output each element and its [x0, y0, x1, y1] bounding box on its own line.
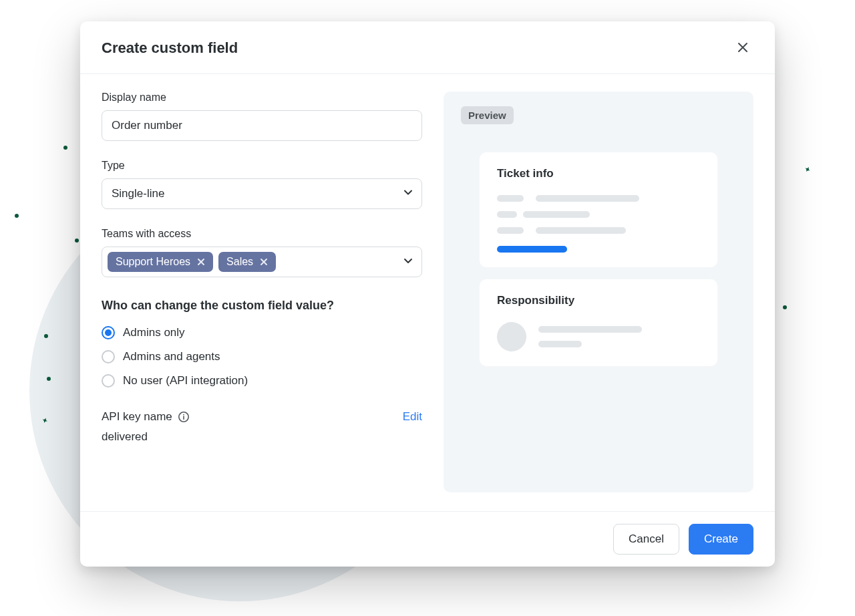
skeleton-bar [497, 227, 524, 234]
skeleton-bar [523, 211, 590, 218]
teams-input[interactable]: Support Heroes Sales [102, 247, 422, 277]
team-tag-label: Sales [226, 256, 253, 268]
preview-ticket-info-card: Ticket info [480, 152, 717, 267]
info-icon [178, 411, 190, 423]
type-value: Single-line [112, 187, 164, 200]
preview-responsibility-card: Responsibility [480, 279, 717, 366]
api-key-label-wrap: API key name [102, 410, 190, 424]
edit-api-key-link[interactable]: Edit [403, 410, 422, 424]
skeleton-row [497, 195, 700, 202]
api-key-row: API key name Edit [102, 410, 422, 424]
radio-label: No user (API integration) [123, 374, 248, 388]
api-key-value: delivered [102, 430, 422, 444]
deco-dot [783, 305, 787, 309]
chevron-down-icon [403, 187, 413, 201]
skeleton-bar [538, 326, 642, 333]
radio-no-user-api[interactable]: No user (API integration) [102, 374, 422, 388]
display-name-label: Display name [102, 92, 422, 104]
radio-circle-icon [102, 374, 115, 388]
radio-label: Admins only [123, 326, 185, 339]
type-label: Type [102, 160, 422, 172]
skeleton-bar [538, 341, 582, 347]
preview-badge: Preview [461, 106, 514, 124]
display-name-input[interactable] [102, 110, 422, 141]
type-select[interactable]: Single-line [102, 178, 422, 209]
who-can-change-field: Who can change the custom field value? A… [102, 296, 422, 388]
remove-tag-icon[interactable] [196, 257, 206, 267]
deco-cross [800, 166, 812, 178]
who-can-change-question: Who can change the custom field value? [102, 296, 382, 315]
deco-dot [63, 146, 67, 150]
radio-admins-and-agents[interactable]: Admins and agents [102, 350, 422, 363]
skeleton-row [497, 322, 700, 351]
type-field: Type Single-line [102, 160, 422, 209]
close-button[interactable] [732, 37, 753, 59]
team-tag: Sales [218, 252, 276, 272]
close-icon [737, 41, 749, 55]
radio-label: Admins and agents [123, 350, 220, 363]
deco-cross [38, 417, 50, 429]
teams-field: Teams with access Support Heroes Sales [102, 228, 422, 277]
create-button[interactable]: Create [689, 524, 753, 555]
permission-radio-group: Admins only Admins and agents No user (A… [102, 326, 422, 388]
deco-dot [44, 334, 48, 338]
cancel-button[interactable]: Cancel [613, 524, 679, 555]
display-name-field: Display name [102, 92, 422, 141]
skeleton-row [497, 211, 700, 218]
api-key-label: API key name [102, 410, 172, 424]
team-tag-label: Support Heroes [116, 256, 190, 268]
deco-dot [47, 377, 51, 381]
skeleton-row [497, 246, 700, 253]
modal-title: Create custom field [102, 39, 238, 57]
preview-card-title: Ticket info [497, 167, 700, 180]
create-custom-field-modal: Create custom field Display name Type Si… [80, 21, 775, 567]
skeleton-bar [536, 227, 626, 234]
chevron-down-icon [403, 255, 413, 269]
skeleton-bar [497, 195, 524, 202]
radio-circle-icon [102, 350, 115, 363]
skeleton-bar [536, 195, 639, 202]
form-column: Display name Type Single-line Teams with… [102, 92, 422, 492]
teams-label: Teams with access [102, 228, 422, 240]
skeleton-bar-accent [497, 246, 567, 253]
deco-dot [75, 239, 79, 243]
skeleton-text-group [538, 326, 700, 347]
modal-header: Create custom field [80, 21, 775, 74]
modal-body: Display name Type Single-line Teams with… [80, 74, 775, 511]
skeleton-bar [497, 211, 517, 218]
radio-circle-icon [102, 326, 115, 339]
preview-card-title: Responsibility [497, 294, 700, 307]
remove-tag-icon[interactable] [259, 257, 269, 267]
modal-footer: Cancel Create [80, 511, 775, 567]
skeleton-row [497, 227, 700, 234]
preview-panel: Preview Ticket info [444, 92, 753, 492]
deco-dot [15, 214, 19, 218]
svg-point-2 [183, 414, 184, 415]
radio-admins-only[interactable]: Admins only [102, 326, 422, 339]
team-tag: Support Heroes [108, 252, 213, 272]
skeleton-avatar [497, 322, 526, 351]
preview-column: Preview Ticket info [444, 92, 753, 492]
